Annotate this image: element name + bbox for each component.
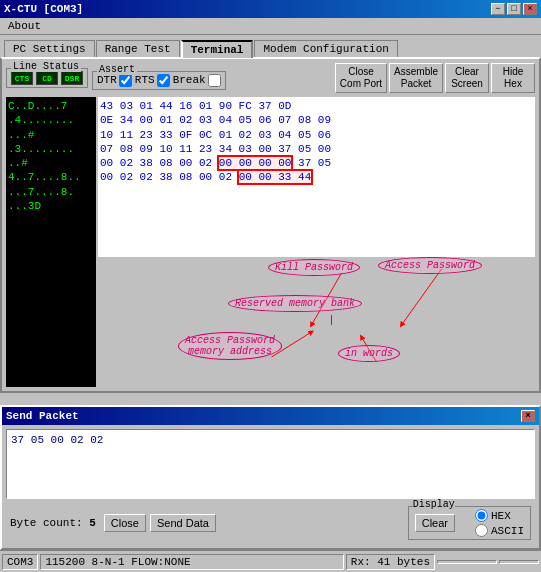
hex-line: 07 08 09 10 11 23 34 03 00 37 05 00 — [100, 142, 533, 156]
annotation-access-password: Access Password — [378, 257, 482, 274]
display-group-label: Display — [413, 499, 455, 510]
annotations-layer: Kill Password Access Password Reserved m… — [98, 257, 535, 387]
cts-led: CTS — [11, 71, 33, 85]
maximize-button[interactable]: □ — [507, 3, 521, 15]
dtr-label: DTR — [97, 74, 117, 86]
line-status-label: Line Status — [11, 61, 81, 72]
status-rx: Rx: 41 bytes — [346, 554, 435, 570]
hex-line: 00 02 38 08 00 02 00 00 00 00 37 05 — [100, 156, 533, 170]
tab-terminal[interactable]: Terminal — [181, 40, 254, 58]
send-packet-title-text: Send Packet — [6, 410, 79, 422]
close-dialog-button[interactable]: Close — [104, 514, 146, 532]
dtr-checkbox-group: DTR — [97, 74, 132, 87]
dtr-checkbox[interactable] — [119, 74, 132, 87]
status-bar: COM3 115200 8-N-1 FLOW:NONE Rx: 41 bytes — [0, 550, 541, 572]
terminal-hex-pane[interactable]: 43 03 01 44 16 01 90 FC 37 0D 0E 34 00 0… — [98, 97, 535, 257]
title-bar: X-CTU [COM3] − □ × — [0, 0, 541, 18]
status-port: COM3 — [2, 554, 38, 570]
line-status-group: Line Status CTS CD DSR — [6, 68, 88, 88]
footer-left: Byte count: 5 Close Send Data — [10, 514, 216, 532]
radio-group: HEX ASCII — [475, 509, 524, 537]
send-packet-body: 37 05 00 02 02 Byte count: 5 Close Send … — [2, 425, 539, 548]
tab-bar: PC Settings Range Test Terminal Modem Co… — [0, 35, 541, 57]
footer-buttons: Close Send Data — [104, 514, 216, 532]
byte-count-value: 5 — [89, 517, 96, 529]
close-com-port-button[interactable]: CloseCom Port — [335, 63, 387, 93]
status-empty1 — [437, 560, 497, 564]
ascii-radio-label: ASCII — [491, 525, 524, 537]
ascii-line: .3........ — [8, 142, 94, 156]
send-data-button[interactable]: Send Data — [150, 514, 216, 532]
ascii-line: .4........ — [8, 113, 94, 127]
close-button[interactable]: × — [523, 3, 537, 15]
assert-label: Assert — [97, 64, 137, 75]
send-packet-footer: Byte count: 5 Close Send Data Display Cl… — [6, 502, 535, 544]
tab-modem-config[interactable]: Modem Configuration — [254, 40, 397, 58]
packet-input[interactable]: 37 05 00 02 02 — [6, 429, 535, 499]
status-empty2 — [499, 560, 539, 564]
svg-line-1 — [402, 269, 442, 325]
assemble-packet-button[interactable]: AssemblePacket — [389, 63, 443, 93]
action-buttons: CloseCom Port AssemblePacket ClearScreen… — [335, 63, 535, 93]
hex-line: 0E 34 00 01 02 03 04 05 06 07 08 09 — [100, 113, 533, 127]
assert-group: Assert DTR RTS Break — [92, 71, 226, 90]
break-checkbox[interactable] — [208, 74, 221, 87]
window-title: X-CTU [COM3] — [4, 3, 83, 15]
send-packet-close-icon[interactable]: × — [521, 410, 535, 422]
ascii-line: ..# — [8, 156, 94, 170]
rts-checkbox[interactable] — [157, 74, 170, 87]
hex-radio[interactable] — [475, 509, 488, 522]
hex-radio-row: HEX — [475, 509, 524, 522]
cd-led: CD — [36, 71, 58, 85]
hex-line: 43 03 01 44 16 01 90 FC 37 0D — [100, 99, 533, 113]
annotation-kill-password: Kill Password — [268, 259, 360, 276]
ascii-radio[interactable] — [475, 524, 488, 537]
break-checkbox-group: Break — [173, 74, 221, 87]
tab-range-test[interactable]: Range Test — [96, 40, 180, 58]
ascii-line: ...# — [8, 128, 94, 142]
menu-about[interactable]: About — [4, 20, 45, 32]
terminal-hex-wrapper: 43 03 01 44 16 01 90 FC 37 0D 0E 34 00 0… — [98, 97, 535, 387]
byte-count-label: Byte count: 5 — [10, 517, 96, 529]
terminal-area: C..D....7 .4........ ...# .3........ ..#… — [6, 97, 535, 387]
hex-line: 00 02 02 38 08 00 02 00 00 33 44 — [100, 170, 533, 184]
ascii-line: ...7....8. — [8, 185, 94, 199]
send-packet-title-bar: Send Packet × — [2, 407, 539, 425]
annotation-reserved-memory: Reserved memory bank — [228, 295, 362, 312]
tab-pc-settings[interactable]: PC Settings — [4, 40, 95, 58]
highlight-access-password: 00 00 33 44 — [239, 171, 312, 183]
ascii-line: 4..7....8.. — [8, 170, 94, 184]
hex-line: 10 11 23 33 0F 0C 01 02 03 04 05 06 — [100, 128, 533, 142]
annotation-memory-address: Access Passwordmemory address — [178, 332, 282, 360]
title-bar-buttons: − □ × — [491, 3, 537, 15]
terminal-ascii-pane[interactable]: C..D....7 .4........ ...# .3........ ..#… — [6, 97, 96, 387]
ascii-radio-row: ASCII — [475, 524, 524, 537]
arrows-svg — [98, 257, 535, 387]
highlight-kill-password: 00 00 00 00 — [219, 157, 292, 169]
break-label: Break — [173, 74, 206, 86]
status-baud: 115200 8-N-1 FLOW:NONE — [40, 554, 343, 570]
main-content: Line Status CTS CD DSR Assert DTR RTS Br… — [0, 57, 541, 393]
hide-hex-button[interactable]: HideHex — [491, 63, 535, 93]
controls-row: Line Status CTS CD DSR Assert DTR RTS Br… — [6, 63, 535, 93]
display-clear-button[interactable]: Clear — [415, 514, 455, 532]
rts-checkbox-group: RTS — [135, 74, 170, 87]
ascii-line: C..D....7 — [8, 99, 94, 113]
clear-screen-button[interactable]: ClearScreen — [445, 63, 489, 93]
menu-bar: About — [0, 18, 541, 35]
hex-radio-label: HEX — [491, 510, 511, 522]
rts-label: RTS — [135, 74, 155, 86]
minimize-button[interactable]: − — [491, 3, 505, 15]
display-group: Display Clear HEX ASCII — [408, 506, 531, 540]
dsr-led: DSR — [61, 71, 83, 85]
annotation-in-words: in words — [338, 345, 400, 362]
send-packet-dialog: Send Packet × 37 05 00 02 02 Byte count:… — [0, 405, 541, 550]
ascii-line: ...3D — [8, 199, 94, 213]
